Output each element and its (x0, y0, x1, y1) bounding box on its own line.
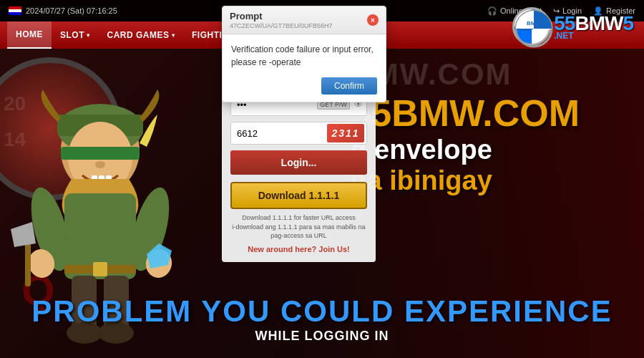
svg-marker-18 (11, 222, 36, 247)
join-us-text[interactable]: New around here? Join Us! (230, 245, 367, 253)
header-left-section: 2024/07/27 (Sat) 07:16:25 (9, 6, 117, 15)
logo-text: 55BMW5 .NET (554, 12, 633, 41)
prompt-title: Prompt (230, 11, 333, 21)
datetime-display: 2024/07/27 (Sat) 07:16:25 (26, 6, 117, 15)
logo-brand: BMW (575, 12, 623, 34)
nav-item-card-games[interactable]: CARD GAMES ▾ (99, 21, 184, 49)
download-button[interactable]: Download 1.1.1.1 (230, 182, 367, 209)
bmw-circle-logo: BMW (512, 7, 551, 46)
login-button[interactable]: Login... (230, 150, 367, 175)
svg-text:BMW: BMW (527, 20, 541, 26)
bg-text-ibinigay: na ibinigay (350, 165, 580, 196)
prompt-body: Verification code failure or input error… (223, 34, 386, 102)
logo-number2: 5 (623, 12, 633, 34)
prompt-confirm-button[interactable]: Confirm (321, 77, 377, 95)
captcha-image: 2311 (327, 124, 364, 142)
nav-item-home[interactable]: HOME (7, 21, 52, 49)
bottom-sub-text: WHILE LOGGING IN (0, 329, 644, 344)
prompt-header-text: Prompt 47CZECW/UA/GT7BEU/0UFB56H7 (230, 11, 333, 29)
svg-rect-26 (61, 147, 140, 160)
chevron-down-icon: ▾ (87, 32, 90, 39)
prompt-message: Verification code failure or input error… (231, 43, 377, 69)
download-description: Download 1.1.1.1 for faster URL access i… (230, 213, 367, 241)
prompt-header: Prompt 47CZECW/UA/GT7BEU/0UFB56H7 × (223, 6, 386, 34)
headset-icon: 🎧 (487, 6, 497, 16)
prompt-close-button[interactable]: × (367, 14, 379, 26)
svg-point-8 (95, 161, 105, 168)
chevron-down-icon: ▾ (172, 32, 175, 39)
flag-icon (9, 6, 21, 15)
site-logo: BMW 55BMW5 .NET (512, 7, 633, 46)
bottom-main-text: PROBLEM YOU COULD EXPERIENCE (0, 294, 644, 329)
prompt-dialog: Prompt 47CZECW/UA/GT7BEU/0UFB56H7 × Veri… (222, 6, 386, 102)
captcha-row: 2311 (230, 122, 367, 145)
bg-text-envelope: d envelope (350, 135, 580, 165)
bottom-promo-text: PROBLEM YOU COULD EXPERIENCE WHILE LOGGI… (0, 294, 644, 344)
nav-item-slot[interactable]: SLOT ▾ (52, 21, 99, 49)
prompt-url: 47CZECW/UA/GT7BEU/0UFB56H7 (230, 22, 333, 29)
svg-rect-21 (93, 262, 107, 276)
